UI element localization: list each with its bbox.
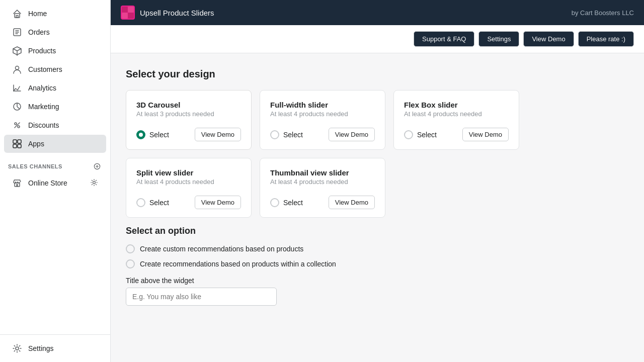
sidebar-item-customers[interactable]: Customers (4, 60, 106, 78)
sidebar-item-discounts[interactable]: Discounts (4, 116, 106, 134)
option-collection-recommendations[interactable]: Create recommendations based on products… (126, 259, 629, 268)
add-sales-channel-icon[interactable] (92, 161, 102, 171)
topbar-credit: by Cart Boosters LLC (572, 9, 634, 17)
option-collection-label: Create recommendations based on products… (140, 260, 336, 268)
radio-3d-carousel[interactable] (136, 130, 145, 139)
discounts-icon (12, 120, 22, 130)
sidebar-item-analytics-label: Analytics (28, 84, 56, 92)
design-cards-row2: Split view slider At least 4 products ne… (126, 158, 629, 218)
radio-split-view[interactable] (136, 198, 145, 207)
view-demo-thumbnail-view[interactable]: View Demo (329, 196, 375, 209)
card-full-width-select[interactable]: Select (270, 130, 303, 139)
sidebar: Home Orders Products (0, 0, 111, 362)
card-thumbnail-view-subtitle: At least 4 products needed (270, 178, 375, 186)
sidebar-item-online-store-label: Online Store (28, 179, 67, 187)
sidebar-item-home-label: Home (28, 10, 47, 18)
support-faq-button[interactable]: Support & FAQ (414, 31, 474, 47)
sidebar-item-online-store[interactable]: Online Store (4, 174, 106, 192)
svg-point-14 (16, 347, 19, 350)
view-demo-split-view[interactable]: View Demo (195, 196, 241, 209)
card-split-view-subtitle: At least 4 products needed (136, 178, 241, 186)
view-demo-button[interactable]: View Demo (523, 31, 574, 47)
svg-rect-15 (122, 7, 128, 13)
orders-icon (12, 27, 22, 37)
rate-button[interactable]: Please rate :) (578, 31, 634, 47)
card-3d-carousel-title: 3D Carousel (136, 101, 241, 109)
option-custom-label: Create custom recommendations based on p… (140, 245, 303, 253)
sidebar-item-marketing[interactable]: Marketing (4, 98, 106, 116)
sidebar-item-orders-label: Orders (28, 28, 50, 36)
sidebar-item-products-label: Products (28, 47, 56, 55)
radio-flex-box[interactable] (404, 130, 413, 139)
card-flex-box-select[interactable]: Select (404, 130, 437, 139)
sidebar-item-apps[interactable]: Apps (4, 135, 106, 153)
svg-point-5 (15, 123, 17, 125)
view-demo-flex-box[interactable]: View Demo (462, 128, 509, 141)
option-radio-custom[interactable] (126, 244, 135, 253)
sidebar-item-home[interactable]: Home (4, 5, 106, 23)
option-custom-recommendations[interactable]: Create custom recommendations based on p… (126, 244, 629, 253)
sidebar-item-orders[interactable]: Orders (4, 23, 106, 41)
sales-channels-header: SALES CHANNELS (0, 153, 110, 173)
sidebar-item-settings[interactable]: Settings (4, 339, 106, 357)
customers-icon (12, 64, 22, 74)
radio-full-width[interactable] (270, 130, 279, 139)
products-icon (12, 46, 22, 56)
action-bar: Support & FAQ Settings View Demo Please … (111, 25, 644, 53)
view-demo-3d-carousel[interactable]: View Demo (195, 128, 241, 141)
store-settings-icon[interactable] (90, 178, 98, 188)
radio-thumbnail-view[interactable] (270, 198, 279, 207)
card-3d-carousel-subtitle: At least 3 products needed (136, 110, 241, 118)
card-thumbnail-view-select[interactable]: Select (270, 198, 303, 207)
card-thumbnail-view-title: Thumbnail view slider (270, 168, 375, 177)
svg-rect-10 (18, 144, 21, 148)
section-title: Select your design (126, 68, 629, 80)
sales-channels-label: SALES CHANNELS (8, 163, 62, 169)
svg-rect-1 (16, 16, 18, 18)
svg-point-3 (16, 66, 19, 70)
store-icon (12, 178, 22, 188)
sidebar-nav: Home Orders Products (0, 0, 110, 334)
svg-rect-7 (13, 140, 17, 143)
sidebar-item-settings-label: Settings (28, 344, 54, 352)
sidebar-item-marketing-label: Marketing (28, 103, 59, 111)
svg-point-6 (18, 126, 20, 128)
card-flex-box-slider: Flex Box slider At least 4 products need… (393, 90, 519, 150)
title-input[interactable] (126, 288, 277, 306)
main-area: Upsell Product Sliders by Cart Boosters … (111, 0, 644, 362)
svg-rect-17 (122, 13, 128, 19)
app-title: Upsell Product Sliders (140, 9, 214, 17)
sidebar-item-products[interactable]: Products (4, 42, 106, 60)
sidebar-bottom: Settings (0, 334, 110, 362)
marketing-icon (12, 102, 22, 112)
card-flex-box-title: Flex Box slider (404, 101, 509, 109)
card-thumbnail-view-slider: Thumbnail view slider At least 4 product… (260, 158, 385, 218)
svg-point-13 (93, 181, 96, 184)
topbar-left: Upsell Product Sliders (121, 6, 214, 20)
card-full-width-subtitle: At least 4 products needed (270, 110, 375, 118)
card-split-view-select-label: Select (149, 199, 169, 207)
card-split-view-select[interactable]: Select (136, 198, 169, 207)
card-split-view-title: Split view slider (136, 168, 241, 177)
settings-button[interactable]: Settings (478, 31, 519, 47)
option-radio-collection[interactable] (126, 259, 135, 268)
option-section-title: Select an option (126, 226, 629, 236)
card-3d-carousel-select[interactable]: Select (136, 130, 169, 139)
topbar: Upsell Product Sliders by Cart Boosters … (111, 0, 644, 25)
card-split-view-slider: Split view slider At least 4 products ne… (126, 158, 252, 218)
sidebar-item-apps-label: Apps (28, 140, 44, 148)
content-area: Select your design 3D Carousel At least … (111, 53, 644, 362)
sidebar-item-discounts-label: Discounts (28, 121, 59, 129)
card-thumbnail-view-select-label: Select (283, 199, 303, 207)
card-full-width-slider: Full-width slider At least 4 products ne… (260, 90, 385, 150)
view-demo-full-width[interactable]: View Demo (329, 128, 375, 141)
title-input-section: Title above the widget (126, 277, 629, 306)
settings-icon (12, 343, 22, 353)
option-section: Select an option Create custom recommend… (126, 226, 629, 268)
svg-rect-16 (128, 7, 134, 13)
sidebar-item-analytics[interactable]: Analytics (4, 79, 106, 97)
card-flex-box-select-label: Select (417, 131, 437, 139)
design-cards-row1: 3D Carousel At least 3 products needed S… (126, 90, 629, 150)
svg-rect-9 (13, 144, 17, 148)
card-full-width-title: Full-width slider (270, 101, 375, 109)
